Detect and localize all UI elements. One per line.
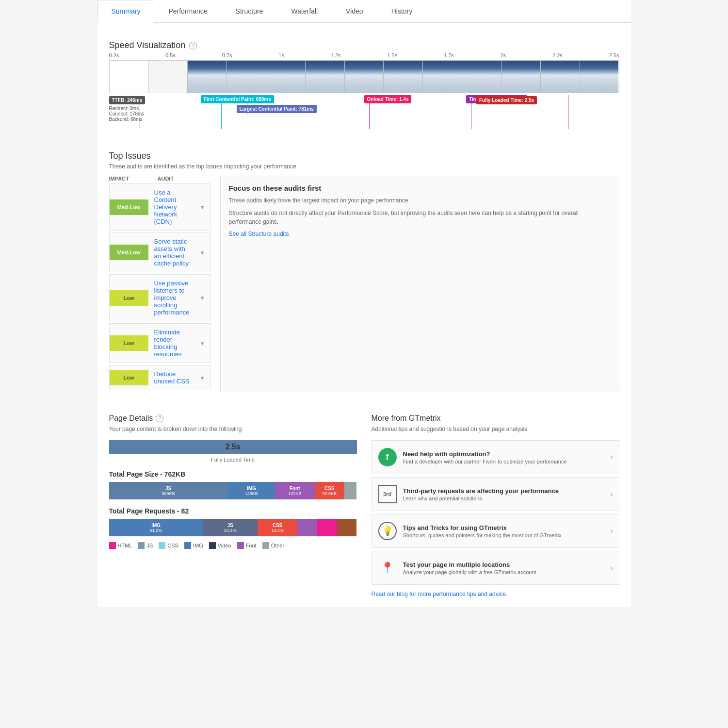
chevron-right-icon: › [610, 453, 613, 462]
legend-video-label: Video [218, 543, 231, 548]
total-size-title: Total Page Size - 762KB [109, 470, 357, 478]
focus-box: Focus on these audits first These audits… [220, 176, 619, 392]
gtm-item-text: Third-party requests are affecting your … [403, 487, 605, 501]
issue-row[interactable]: Med-Low Use a Content Delivery Network (… [109, 183, 211, 231]
markers-container: TTFB: 246ms Redirect: 0ms Connect: 178ms… [109, 95, 619, 129]
issue-text: Reduce unused CSS [148, 365, 195, 390]
issue-row[interactable]: Low Eliminate render-blocking resources … [109, 323, 211, 363]
filmstrip-frame [266, 61, 306, 93]
legend-video: Video [209, 542, 231, 549]
time-label: 2.5s [609, 52, 619, 58]
focus-title: Focus on these audits first [228, 184, 611, 192]
top-issues-subtitle: These audits are identified as the top i… [109, 163, 619, 170]
fully-loaded-bar: 2.5s [109, 440, 357, 454]
tab-waterfall[interactable]: Waterfall [277, 0, 332, 22]
issues-layout: IMPACT AUDIT Med-Low Use a Content Deliv… [109, 176, 619, 392]
page-details-section: Page Details ? Your page content is brok… [109, 414, 357, 597]
req-css-segment: CSS 13.4% [258, 519, 297, 536]
focus-text-1: These audits likely have the largest imp… [228, 196, 611, 205]
blog-link[interactable]: Read our blog for more performance tips … [372, 591, 619, 597]
req-js-segment: JS 24.4% [203, 519, 258, 536]
legend-html: HTML [109, 542, 132, 549]
issue-row[interactable]: Low Reduce unused CSS ▾ [109, 365, 211, 390]
time-label: 0.2s [109, 52, 119, 58]
thirdparty-icon: 3rd [378, 484, 397, 504]
legend: HTML JS CSS IMG [109, 542, 357, 549]
total-requests-bar: IMG 51.2% JS 24.4% CSS 13.4% [109, 519, 357, 536]
time-labels: 0.2s 0.5s 0.7s 1s 1.2s 1.5s 1.7s 2s 2.2s… [109, 52, 619, 58]
time-label: 1.5s [387, 52, 397, 58]
legend-img: IMG [184, 542, 203, 549]
gtm-item-text: Test your page in multiple locations Ana… [403, 561, 605, 575]
size-img-segment: IMG 145KB [228, 482, 275, 499]
tab-performance[interactable]: Performance [154, 0, 221, 22]
time-label: 2.2s [552, 52, 563, 58]
legend-css-dot [159, 542, 165, 549]
gtm-item-text: Need help with optimization? Find a deve… [403, 450, 605, 464]
chevron-right-icon: › [610, 527, 613, 535]
filmstrip-frame [227, 61, 266, 93]
size-other-segment [344, 482, 357, 499]
fully-loaded-label: Fully Loaded Time [109, 457, 357, 463]
time-label: 2s [501, 52, 506, 58]
gtm-locations-title: Test your page in multiple locations [403, 561, 605, 568]
tab-structure[interactable]: Structure [222, 0, 277, 22]
chevron-down-icon: ▾ [195, 199, 210, 215]
gtm-item-fiverr[interactable]: f Need help with optimization? Find a de… [372, 440, 619, 474]
more-from-subtitle: Additional tips and suggestions based on… [372, 426, 619, 432]
chevron-right-icon: › [610, 563, 613, 572]
speed-visualization-section: Speed Visualization ? 0.2s 0.5s 0.7s 1s … [109, 40, 619, 129]
tips-icon: 💡 [378, 521, 397, 541]
page-details-title: Page Details ? [109, 414, 357, 423]
filmstrip-frame [462, 61, 502, 93]
time-label: 0.7s [222, 52, 232, 58]
gtm-thirdparty-subtitle: Learn why and potential solutions [403, 496, 605, 501]
location-icon: 📍 [378, 558, 397, 578]
filmstrip-frame [188, 61, 227, 93]
gtm-item-tips[interactable]: 💡 Tips and Tricks for using GTmetrix Sho… [372, 514, 619, 548]
filmstrip-frame [345, 61, 384, 93]
impact-badge: Low [110, 290, 148, 306]
gtm-thirdparty-title: Third-party requests are affecting your … [403, 487, 605, 495]
tab-summary[interactable]: Summary [97, 0, 155, 23]
impact-badge: Low [110, 370, 148, 385]
tab-bar: Summary Performance Structure Waterfall … [97, 0, 631, 23]
onload-marker: Onload Time: 1.4s [364, 95, 412, 103]
speed-viz-help-icon[interactable]: ? [189, 42, 197, 50]
size-js-segment: JS 369KB [109, 482, 228, 499]
time-label: 1.7s [444, 52, 454, 58]
page-details-help-icon[interactable]: ? [156, 414, 163, 422]
legend-font-dot [237, 542, 244, 549]
top-issues-title: Top Issues [109, 151, 619, 161]
filmstrip-frame [110, 61, 149, 93]
issue-row[interactable]: Low Use passive listeners to improve scr… [109, 274, 211, 321]
size-font-segment: Font 120KB [275, 482, 315, 499]
chevron-down-icon: ▾ [195, 289, 210, 306]
issues-header-impact: IMPACT [109, 176, 158, 182]
legend-css: CSS [159, 542, 178, 549]
req-img-segment: IMG 51.2% [109, 519, 203, 536]
issues-list: IMPACT AUDIT Med-Low Use a Content Deliv… [109, 176, 211, 392]
legend-video-dot [209, 542, 216, 549]
fully-loaded-value: 2.5s [225, 443, 240, 451]
legend-js: JS [138, 542, 153, 549]
impact-badge: Med-Low [110, 245, 148, 260]
tab-video[interactable]: Video [332, 0, 377, 22]
legend-js-dot [138, 542, 145, 549]
gtm-locations-subtitle: Analyze your page globally with a free G… [403, 569, 605, 575]
filmstrip-frame [580, 61, 619, 93]
gtm-tips-title: Tips and Tricks for using GTmetrix [403, 524, 605, 531]
gtm-item-thirdparty[interactable]: 3rd Third-party requests are affecting y… [372, 477, 619, 511]
issue-row[interactable]: Med-Low Serve static assets with an effi… [109, 232, 211, 272]
see-all-structure-audits-link[interactable]: See all Structure audits [228, 231, 289, 237]
legend-other-label: Other [271, 543, 285, 548]
issue-text: Use a Content Delivery Network (CDN) [148, 184, 195, 230]
filmstrip-frame [541, 61, 580, 93]
time-label: 1.2s [331, 52, 341, 58]
tab-history[interactable]: History [377, 0, 427, 22]
more-from-gtmetrix-section: More from GTmetrix Additional tips and s… [372, 414, 619, 597]
legend-font: Font [237, 542, 257, 549]
gtm-item-locations[interactable]: 📍 Test your page in multiple locations A… [372, 551, 619, 585]
issues-header: IMPACT AUDIT [109, 176, 211, 182]
issue-text: Use passive listeners to improve scrolli… [148, 275, 195, 321]
